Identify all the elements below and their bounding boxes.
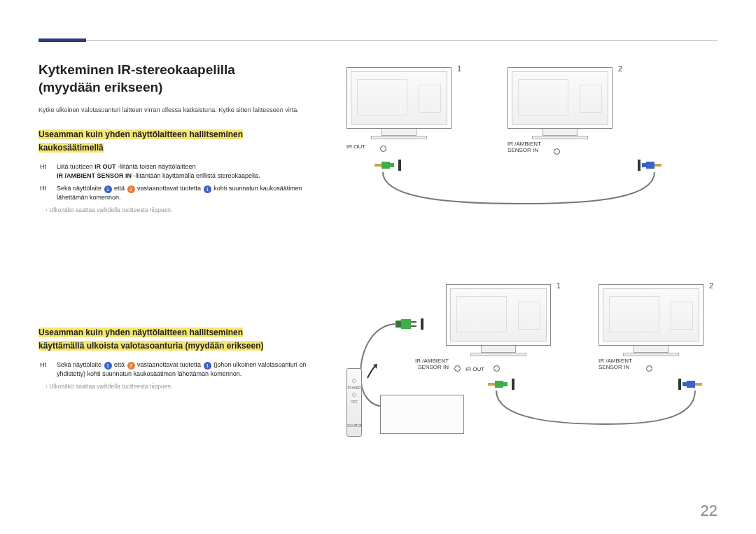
right-column: 1 2 IR OUT IR /AMBIENTSENSOR IN [332,62,718,466]
badge-2-icon: 2 [127,185,135,193]
page-title: Kytkeminen IR-stereokaapelilla (myydään … [38,62,318,96]
step-body: Liitä tuotteen IR OUT -liitäntä toisen n… [57,162,260,180]
left-column: Kytkeminen IR-stereokaapelilla (myydään … [38,62,332,466]
title-line-2: (myydään erikseen) [38,80,162,94]
step-body: Sekä näyttölaite 1 että 2 vastaanottavat… [57,184,318,202]
header-rule [38,38,718,42]
section1-note: Ulkonäkö saattaa vaihdella tuotteesta ri… [38,206,318,213]
page-columns: Kytkeminen IR-stereokaapelilla (myydään … [38,62,718,466]
diagram-1: 1 2 IR OUT IR /AMBIENTSENSOR IN [332,67,718,214]
remote-control-icon: POWER OFF SOURCE [346,368,362,437]
section2-note: Ulkonäkö saattaa vaihdella tuotteesta ri… [38,383,318,390]
step-body: Sekä näyttölaite 1 että 2 vastaanottavat… [57,360,318,378]
arrow-icon [365,363,379,379]
badge-2-icon: 2 [127,362,135,370]
section1-heading: Useamman kuin yhden näyttölaitteen halli… [38,127,318,155]
section2: Useamman kuin yhden näyttölaitteen halli… [38,325,318,390]
section2-heading-line1: Useamman kuin yhden näyttölaitteen halli… [38,328,243,337]
section1-step1: Ht Liitä tuotteen IR OUT -liitäntä toise… [38,162,318,180]
rule-accent [38,38,86,42]
section2-heading-line2: käyttämällä ulkoista valotasoanturia (my… [38,341,263,351]
badge-1-icon: 1 [104,362,112,370]
badge-1-icon: 1 [204,185,211,193]
badge-1-icon: 1 [104,185,112,193]
title-line-1: Kytkeminen IR-stereokaapelilla [38,62,235,77]
section2-heading: Useamman kuin yhden näyttölaitteen halli… [38,325,318,353]
section1-heading-line1: Useamman kuin yhden näyttölaitteen halli… [38,129,243,139]
badge-1-icon: 1 [204,362,211,370]
cable-icon [332,67,724,214]
step-marker: Ht [40,184,57,202]
sensor-box-icon [380,395,464,434]
diagram-2: 1 2 IR /AMBIENTSENSOR IN IR OUT IR /AMBI… [332,284,718,466]
intro-text: Kytke ulkoinen valotasoanturi laitteen v… [38,106,318,114]
step-marker: Ht [40,162,57,180]
page-number: 22 [701,502,718,520]
step-marker: Ht [40,360,57,378]
section1-heading-line2: kaukosäätimellä [38,143,104,153]
section1-step2: Ht Sekä näyttölaite 1 että 2 vastaanotta… [38,184,318,202]
section2-step1: Ht Sekä näyttölaite 1 että 2 vastaanotta… [38,360,318,378]
rule-line [86,40,718,41]
